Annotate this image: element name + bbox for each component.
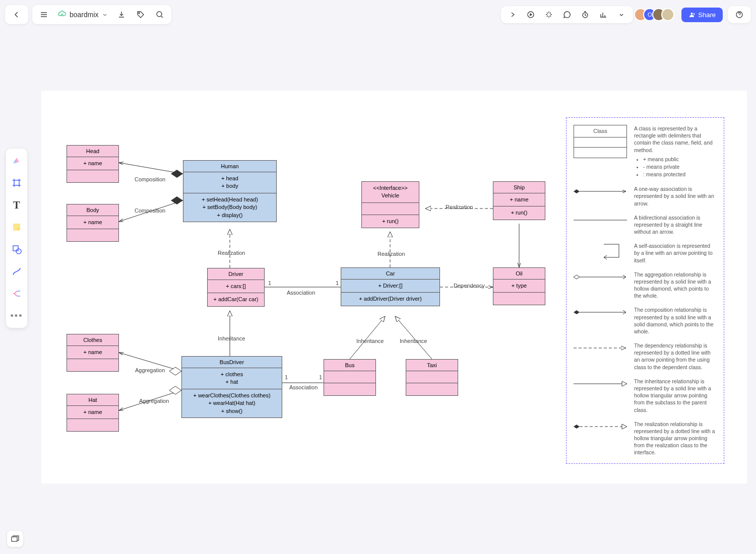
class-hat[interactable]: Hat + name — [67, 394, 119, 432]
comment-button[interactable] — [558, 6, 576, 23]
edge-label: Association — [288, 384, 319, 390]
sticky-tool[interactable] — [9, 219, 25, 235]
attr: + name — [70, 349, 115, 356]
svg-point-0 — [139, 13, 140, 14]
collaborator-avatars[interactable]: O — [638, 8, 674, 21]
legend-composition: The composition relationship is represen… — [634, 306, 717, 335]
svg-rect-5 — [13, 246, 18, 251]
edge-label: Association — [286, 290, 316, 296]
more-header-button[interactable] — [613, 6, 630, 23]
menu-button[interactable] — [35, 6, 52, 23]
legend-realization: The realization relationship is represen… — [634, 421, 717, 456]
edge-label: Realization — [376, 251, 406, 257]
legend-inheritance: The inheritance relationship is represen… — [634, 378, 717, 413]
class-name: Head — [86, 148, 99, 154]
edge-label: Inheritance — [355, 338, 385, 344]
class-name: Oil — [516, 270, 522, 276]
class-clothes[interactable]: Clothes + name — [67, 334, 119, 372]
cloud-icon — [57, 10, 67, 20]
share-icon — [688, 12, 695, 18]
class-name: Taxi — [427, 362, 437, 368]
attr: + name — [70, 160, 115, 167]
class-body[interactable]: Body + name — [67, 204, 119, 242]
stereotype: <<Interface>> — [365, 184, 416, 192]
class-ship[interactable]: Ship + name + run() — [493, 181, 545, 220]
search-button[interactable] — [151, 6, 168, 23]
chart-button[interactable] — [595, 6, 612, 23]
class-bus[interactable]: Bus — [324, 359, 376, 396]
attr: + cars:[] — [211, 283, 261, 290]
share-button[interactable]: Share — [681, 8, 723, 22]
class-taxi[interactable]: Taxi — [406, 359, 458, 396]
attr: + name — [70, 408, 115, 416]
share-label: Share — [698, 11, 716, 19]
back-button[interactable] — [8, 6, 25, 23]
text-tool[interactable]: T — [9, 197, 25, 213]
method: + setBody(Body body) — [186, 203, 273, 211]
class-driver[interactable]: Driver + cars:[] + addCar(Car car) — [207, 268, 265, 307]
theme-tool[interactable] — [9, 153, 25, 169]
edge-label: 1 — [267, 280, 272, 286]
edge-label: Dependency — [453, 283, 486, 289]
legend-bullet: : means protected — [643, 171, 717, 178]
layers-button[interactable] — [7, 531, 23, 547]
class-name: Bus — [345, 362, 355, 368]
left-toolbar: T ••• — [6, 149, 27, 328]
class-head[interactable]: Head + name — [67, 145, 119, 183]
connector-tool[interactable] — [9, 263, 25, 280]
attr: + type — [496, 282, 542, 290]
attr: + name — [496, 196, 542, 203]
class-name: Vehicle — [365, 192, 416, 199]
edge-label: Inheritance — [399, 338, 428, 344]
class-human[interactable]: Human + head + body + setHead(Head head)… — [183, 160, 277, 222]
timer-button[interactable] — [577, 6, 594, 23]
legend-dependency: The dependency relationship is represent… — [634, 342, 717, 371]
frame-tool[interactable] — [9, 175, 25, 191]
edge-label: Aggregation — [138, 398, 170, 404]
sparkle-button[interactable] — [540, 6, 557, 23]
legend-class-symbol: Class — [574, 125, 627, 158]
edge-label: Aggregation — [134, 367, 166, 373]
method: + run() — [365, 218, 416, 225]
method: + run() — [496, 209, 542, 217]
legend-bullet: - means private — [643, 163, 717, 170]
legend-self: A self-association is represented by a l… — [634, 242, 717, 264]
legend-oneway: A one-way association is represented by … — [634, 185, 717, 207]
method: + display() — [186, 212, 273, 219]
help-button[interactable] — [731, 6, 748, 23]
class-vehicle[interactable]: <<Interface>> Vehicle + run() — [361, 181, 419, 228]
edge-label: 1 — [335, 280, 340, 286]
method: + addDriver(Driver driver) — [344, 295, 436, 303]
class-oil[interactable]: Oil + type — [493, 267, 545, 305]
class-car[interactable]: Car + Driver:[] + addDriver(Driver drive… — [341, 267, 440, 306]
class-name: Car — [386, 270, 395, 276]
svg-line-8 — [119, 163, 183, 174]
edge-label: Realization — [217, 250, 246, 256]
mindmap-tool[interactable] — [9, 286, 25, 302]
legend-bidir: A bidirectional association is represent… — [634, 214, 717, 236]
class-busdriver[interactable]: BusDriver + clothes + hat + wearClothes(… — [181, 356, 282, 418]
class-name: Hat — [88, 397, 97, 403]
attr: + hat — [185, 378, 279, 386]
attr: + head — [186, 175, 273, 182]
method: + setHead(Head head) — [186, 196, 273, 203]
class-name: Body — [86, 207, 99, 213]
more-tools[interactable]: ••• — [9, 308, 25, 324]
play-button[interactable] — [522, 6, 539, 23]
legend-bullet: + means public — [643, 156, 717, 163]
file-name[interactable]: boardmix — [54, 10, 111, 20]
edge-label: Realization — [445, 204, 474, 210]
shape-tool[interactable] — [9, 241, 25, 257]
class-name: Human — [221, 163, 238, 169]
file-name-text: boardmix — [70, 11, 99, 19]
method: + wearHat(Hat hat) — [185, 399, 279, 407]
svg-rect-7 — [12, 537, 17, 541]
attr: + name — [70, 219, 115, 226]
method: + wearClothes(Clothes clothes) — [185, 392, 279, 399]
download-button[interactable] — [113, 6, 130, 23]
expand-button[interactable] — [504, 6, 521, 23]
tag-button[interactable] — [132, 6, 149, 23]
method: + show() — [185, 407, 279, 415]
legend-class-desc: A class is represented by a rectangle wi… — [634, 125, 713, 153]
class-name: Driver — [228, 271, 243, 277]
